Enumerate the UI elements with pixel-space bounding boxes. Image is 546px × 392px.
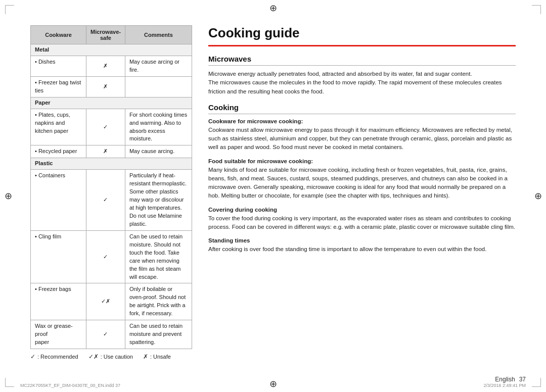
corner-mark-br [532,378,541,387]
cell-microwave-safe: ✓ [86,109,125,145]
header-cookware: Cookware [31,26,86,44]
reg-mark-left: ⊕ [4,192,12,200]
page-title: Cooking guide [208,25,516,46]
cell-comments: Particularly if heat-resistant thermopla… [125,170,192,231]
table-row: • Freezer bags✓✗Only if boilable or oven… [31,283,192,320]
reg-mark-top: ⊕ [269,4,277,12]
header-comments: Comments [125,26,192,44]
check-x-icon: ✓✗ [88,353,99,360]
cookware-table: Cookware Microwave-safe Comments Metal• … [30,25,192,349]
subsection-food-suitable: Food suitable for microwave cooking: Man… [208,158,516,201]
subsection-cookware-body: Cookware must allow microwave energy to … [208,126,516,152]
subsection-standing-title: Standing times [208,237,516,243]
subsection-food-title: Food suitable for microwave cooking: [208,158,516,164]
cell-cookware: • Cling film [31,230,86,283]
legend-unsafe-label: : Unsafe [150,354,171,360]
table-section-header: Plastic [31,158,192,170]
cell-cookware: • Containers [31,170,86,231]
cell-cookware: • Plates, cups, napkins and kitchen pape… [31,109,86,145]
corner-mark-tl [5,5,14,14]
cell-cookware: • Recycled paper [31,145,86,158]
cell-microwave-safe: ✓ [86,320,125,349]
subsection-covering-title: Covering during cooking [208,207,516,213]
cell-microwave-safe: ✓✗ [86,283,125,320]
x-icon: ✗ [143,353,148,360]
cell-microwave-safe: ✗ [86,145,125,158]
subsection-cookware-title: Cookware for microwave cooking: [208,118,516,124]
cell-comments: For short cooking times and warming. Als… [125,109,192,145]
page-footer: English 37 [495,376,526,383]
subsection-standing-body: After cooking is over food the standing … [208,245,516,254]
legend-caution: ✓✗ : Use caution [88,353,133,360]
section-microwaves-body: Microwave energy actually penetrates foo… [208,70,516,96]
section-microwaves: Microwaves Microwave energy actually pen… [208,55,516,96]
cell-cookware: • Dishes [31,56,86,76]
section-cooking: Cooking Cookware for microwave cooking: … [208,103,516,254]
legend-caution-label: : Use caution [101,354,133,360]
left-column: Cookware Microwave-safe Comments Metal• … [30,25,192,360]
subsection-food-body: Many kinds of food are suitable for micr… [208,166,516,201]
table-legend: ✓ : Recommended ✓✗ : Use caution ✗ : Uns… [30,353,192,360]
footer-page: 37 [519,376,526,383]
subsection-standing-times: Standing times After cooking is over foo… [208,237,516,254]
subsection-covering: Covering during cooking To cover the foo… [208,207,516,232]
cell-comments: May cause arcing or fire. [125,56,192,76]
legend-unsafe: ✗ : Unsafe [143,353,171,360]
footer-file: MC22K7055KT_EF_DIM-04307E_00_EN.indd 37 [20,383,120,388]
table-row: Wax or grease-proofpaper✓Can be used to … [31,320,192,349]
page-container: ⊕ ⊕ ⊕ ⊕ Cookware Microwave-safe Comments… [0,0,546,392]
cell-comments: May cause arcing. [125,145,192,158]
cell-comments [125,76,192,97]
table-row: • Freezer bag twist ties✗ [31,76,192,97]
cell-microwave-safe: ✓ [86,230,125,283]
table-row: • Recycled paper✗May cause arcing. [31,145,192,158]
cell-cookware: Wax or grease-proofpaper [31,320,86,349]
cell-microwave-safe: ✗ [86,56,125,76]
cell-comments: Only if boilable or oven-proof. Should n… [125,283,192,320]
table-row: • Plates, cups, napkins and kitchen pape… [31,109,192,145]
corner-mark-tr [532,5,541,14]
cell-microwave-safe: ✗ [86,76,125,97]
reg-mark-right: ⊕ [534,192,542,200]
table-section-header: Paper [31,97,192,109]
cell-comments: Can be used to retain moisture. Should n… [125,230,192,283]
subsection-covering-body: To cover the food during cooking is very… [208,214,516,232]
legend-recommended: ✓ : Recommended [30,353,78,360]
table-section-header: Metal [31,44,192,56]
footer-lang: English [495,376,515,383]
cell-cookware: • Freezer bags [31,283,86,320]
section-microwaves-title: Microwaves [208,55,516,66]
corner-mark-bl [5,378,14,387]
table-row: • Dishes✗May cause arcing or fire. [31,56,192,76]
subsection-cookware-microwave: Cookware for microwave cooking: Cookware… [208,118,516,152]
legend-recommended-label: : Recommended [37,354,78,360]
footer-date: 2/3/2016 2:49:41 PM [483,383,526,388]
main-content: Cookware Microwave-safe Comments Metal• … [20,15,526,365]
section-cooking-title: Cooking [208,103,516,114]
right-column: Cooking guide Microwaves Microwave energ… [208,25,516,360]
reg-mark-bottom: ⊕ [269,380,277,388]
check-icon: ✓ [30,353,35,360]
header-microwave-safe: Microwave-safe [86,26,125,44]
table-row: • Cling film✓Can be used to retain moist… [31,230,192,283]
cell-cookware: • Freezer bag twist ties [31,76,86,97]
cell-microwave-safe: ✓ [86,170,125,231]
cell-comments: Can be used to retain moisture and preve… [125,320,192,349]
table-row: • Containers✓Particularly if heat-resist… [31,170,192,231]
